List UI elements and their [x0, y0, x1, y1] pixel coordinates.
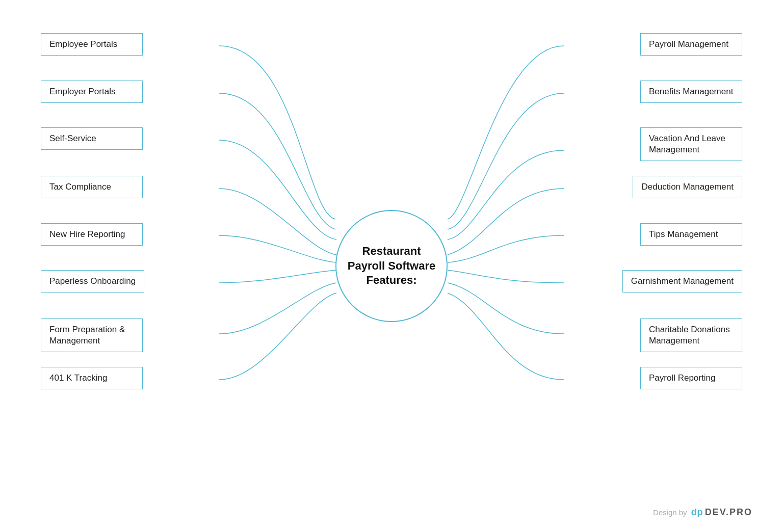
box-payroll-management: Payroll Management: [640, 33, 742, 56]
center-circle: Restaurant Payroll Software Features:: [335, 210, 448, 322]
box-paperless-onboarding: Paperless Onboarding: [41, 270, 144, 292]
watermark-logo: dp DEV.PRO: [691, 507, 752, 518]
box-garnishment-management: Garnishment Management: [622, 270, 742, 292]
logo-devpro: DEV.PRO: [705, 507, 752, 518]
center-text: Restaurant Payroll Software Features:: [343, 239, 440, 293]
box-vacation-leave: Vacation And LeaveManagement: [640, 127, 742, 161]
box-new-hire-reporting: New Hire Reporting: [41, 223, 143, 246]
watermark: Design by dp DEV.PRO: [653, 507, 752, 518]
box-form-preparation: Form Preparation &Management: [41, 318, 143, 352]
box-401k-tracking: 401 K Tracking: [41, 367, 143, 389]
box-charitable-donations: Charitable DonationsManagement: [640, 318, 742, 352]
logo-dp: dp: [691, 507, 703, 518]
diagram-container: Restaurant Payroll Software Features: Em…: [0, 0, 783, 532]
box-employee-portals: Employee Portals: [41, 33, 143, 56]
box-tips-management: Tips Management: [640, 223, 742, 246]
box-self-service: Self-Service: [41, 127, 143, 150]
box-deduction-management: Deduction Management: [633, 176, 742, 198]
box-tax-compliance: Tax Compliance: [41, 176, 143, 198]
watermark-prefix: Design by: [653, 508, 687, 517]
box-payroll-reporting: Payroll Reporting: [640, 367, 742, 389]
box-benefits-management: Benefits Management: [640, 81, 742, 103]
box-employer-portals: Employer Portals: [41, 81, 143, 103]
